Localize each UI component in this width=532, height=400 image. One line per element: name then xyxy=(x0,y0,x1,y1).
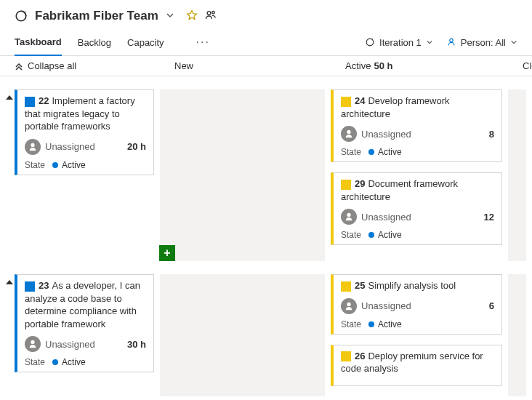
chevron-down-icon xyxy=(510,39,517,46)
state-value: Active xyxy=(62,160,86,170)
avatar-unassigned-icon xyxy=(341,209,357,225)
team-icon xyxy=(15,9,28,23)
svg-point-8 xyxy=(31,340,34,344)
chevron-down-icon xyxy=(426,39,433,46)
row-toggle-icon[interactable] xyxy=(6,280,13,284)
state-value: Active xyxy=(378,230,402,240)
person-filter[interactable]: Person: All xyxy=(446,37,517,48)
column-header-active: Active50 h xyxy=(345,60,523,71)
column-active-sum: 50 h xyxy=(374,60,392,71)
assignee-label[interactable]: Unassigned xyxy=(361,212,411,223)
task-card[interactable]: 24Develop framework architecture Unassig… xyxy=(331,89,502,162)
card-id: 25 xyxy=(355,280,365,291)
state-dot-icon xyxy=(368,232,374,238)
assignee-label[interactable]: Unassigned xyxy=(45,339,95,350)
state-dot-icon xyxy=(368,149,374,155)
collapse-all-button[interactable]: Collapse all xyxy=(15,60,174,71)
avatar-unassigned-icon xyxy=(341,298,357,314)
task-card[interactable]: 26Deploy premium service for code analys… xyxy=(331,345,502,386)
state-dot-icon xyxy=(368,321,374,327)
effort-label: 30 h xyxy=(127,339,146,350)
svg-point-4 xyxy=(450,39,453,41)
svg-point-9 xyxy=(347,302,350,305)
new-column-dropzone[interactable] xyxy=(160,274,325,396)
tab-backlog[interactable]: Backlog xyxy=(78,30,111,55)
iteration-icon xyxy=(365,37,375,47)
more-actions-icon[interactable]: ··· xyxy=(196,36,210,49)
state-field-label: State xyxy=(341,230,361,240)
svg-point-3 xyxy=(366,39,374,46)
team-name[interactable]: Fabrikam Fiber Team xyxy=(35,9,158,23)
closed-column-dropzone[interactable] xyxy=(508,274,526,396)
state-field-label: State xyxy=(341,147,361,157)
task-icon xyxy=(341,97,351,107)
avatar-unassigned-icon xyxy=(25,336,41,352)
state-value: Active xyxy=(378,319,402,329)
closed-column-dropzone[interactable] xyxy=(508,89,526,261)
task-icon xyxy=(341,281,351,292)
chevron-down-icon[interactable] xyxy=(166,11,174,22)
state-field-label: State xyxy=(25,160,45,170)
task-card[interactable]: 25Simplify analysis tool Unassigned 6 St… xyxy=(331,274,502,335)
svg-point-5 xyxy=(31,143,34,146)
effort-label: 12 xyxy=(484,212,494,223)
person-filter-label: Person: All xyxy=(461,37,506,48)
avatar-unassigned-icon xyxy=(25,139,41,155)
person-icon xyxy=(446,37,456,47)
effort-label: 20 h xyxy=(127,141,146,152)
user-story-icon xyxy=(25,281,35,292)
add-card-button[interactable]: + xyxy=(159,245,175,261)
state-dot-icon xyxy=(52,162,58,168)
task-card[interactable]: 29Document framework architecture Unassi… xyxy=(331,172,502,245)
story-card[interactable]: 23As a developer, I can analyze a code b… xyxy=(15,274,154,372)
column-header-new: New xyxy=(174,60,345,71)
svg-point-7 xyxy=(347,213,350,217)
team-members-icon[interactable] xyxy=(205,9,217,23)
state-value: Active xyxy=(378,147,402,157)
new-column-dropzone[interactable]: + xyxy=(160,89,325,261)
favorite-star-icon[interactable] xyxy=(186,9,198,23)
column-header-closed: Closed xyxy=(523,60,532,71)
task-icon xyxy=(341,351,351,361)
state-field-label: State xyxy=(25,357,45,367)
assignee-label[interactable]: Unassigned xyxy=(45,141,95,152)
svg-point-6 xyxy=(347,130,350,134)
iteration-picker[interactable]: Iteration 1 xyxy=(365,37,433,48)
card-id: 22 xyxy=(39,95,49,106)
card-id: 23 xyxy=(39,280,49,291)
assignee-label[interactable]: Unassigned xyxy=(361,300,411,311)
collapse-all-label: Collapse all xyxy=(28,60,76,71)
effort-label: 6 xyxy=(489,300,494,311)
collapse-icon xyxy=(15,62,23,71)
svg-point-1 xyxy=(207,11,211,15)
user-story-icon xyxy=(25,97,35,107)
row-toggle-icon[interactable] xyxy=(6,95,13,100)
assignee-label[interactable]: Unassigned xyxy=(361,129,411,140)
svg-point-2 xyxy=(212,11,214,13)
effort-label: 8 xyxy=(489,129,494,140)
state-field-label: State xyxy=(341,319,361,329)
tab-taskboard[interactable]: Taskboard xyxy=(15,29,62,56)
task-icon xyxy=(341,180,351,190)
iteration-label: Iteration 1 xyxy=(379,37,422,48)
state-value: Active xyxy=(62,357,86,367)
tab-capacity[interactable]: Capacity xyxy=(127,30,164,55)
state-dot-icon xyxy=(52,359,58,365)
avatar-unassigned-icon xyxy=(341,126,357,142)
card-title-text: Simplify analysis tool xyxy=(368,280,456,291)
card-id: 26 xyxy=(355,351,365,361)
card-id: 29 xyxy=(355,178,365,189)
card-id: 24 xyxy=(355,95,365,106)
story-card[interactable]: 22Implement a factory that migrates lega… xyxy=(15,89,154,175)
